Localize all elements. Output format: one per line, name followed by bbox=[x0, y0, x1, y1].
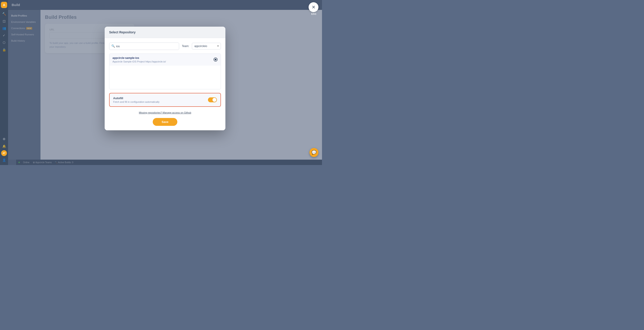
user-avatar[interactable]: AT bbox=[1, 150, 7, 156]
app-logo-letter: A bbox=[3, 3, 5, 7]
autofill-info: Autofill Fetch and fill in configuration… bbox=[113, 96, 160, 103]
autofill-section: Autofill Fetch and fill in configuration… bbox=[109, 93, 221, 107]
nav-icon-build[interactable]: 🔨 bbox=[1, 11, 7, 17]
modal-header: Select Repository bbox=[105, 27, 226, 38]
team-label: Team: bbox=[182, 45, 189, 48]
modal-title: Select Repository bbox=[109, 30, 136, 34]
search-icon: 🔍 bbox=[111, 44, 115, 48]
nav-icon-person[interactable]: 👤 bbox=[1, 157, 7, 163]
select-repository-modal: Select Repository 🔍 Team: appcircleio ▼ bbox=[105, 27, 226, 130]
main-area: Build Build Profiles Environment Variabl… bbox=[8, 0, 322, 165]
repository-list: appcircle-sample-ios Appcircle Sample iO… bbox=[109, 53, 221, 89]
nav-icon-gear[interactable]: ⚙ bbox=[1, 136, 7, 142]
repo-item-description: Appcircle Sample iOS Project https://app… bbox=[112, 60, 214, 63]
chat-widget[interactable]: 💬 bbox=[310, 148, 318, 157]
repo-item-name: appcircle-sample-ios bbox=[112, 56, 214, 59]
nav-icon-users[interactable]: 👥 bbox=[1, 25, 7, 31]
repo-item-radio[interactable] bbox=[214, 58, 218, 62]
close-x-icon: ✕ bbox=[312, 5, 316, 10]
repository-search-input[interactable] bbox=[109, 42, 179, 50]
repo-item-info: appcircle-sample-ios Appcircle Sample iO… bbox=[112, 56, 214, 63]
team-select[interactable]: appcircleio bbox=[192, 43, 221, 50]
nav-icon-alert[interactable]: 🔔 bbox=[1, 143, 7, 149]
nav-icon-package[interactable]: ⬡ bbox=[1, 39, 7, 46]
icon-sidebar: A 🔨 ◫ 👥 ✓ ⬡ 🔒 ⚙ 🔔 AT 👤 bbox=[0, 0, 8, 165]
esc-label: ESC bbox=[311, 13, 317, 15]
toggle-track bbox=[208, 97, 217, 102]
nav-icon-layers[interactable]: ◫ bbox=[1, 18, 7, 24]
chat-icon: 💬 bbox=[312, 150, 316, 155]
missing-repos-link-wrap: Missing repositories? Manage access on G… bbox=[109, 110, 221, 114]
team-select-wrap: appcircleio ▼ bbox=[192, 43, 221, 50]
toggle-thumb bbox=[212, 98, 216, 102]
close-button[interactable]: ✕ bbox=[308, 2, 318, 12]
autofill-description: Fetch and fill in configuration automati… bbox=[113, 100, 160, 103]
save-btn-wrap: Save bbox=[109, 118, 221, 126]
missing-repos-link[interactable]: Missing repositories? Manage access on G… bbox=[139, 111, 191, 114]
repo-item-appcircle-sample-ios[interactable]: appcircle-sample-ios Appcircle Sample iO… bbox=[109, 54, 221, 65]
search-input-wrap: 🔍 bbox=[109, 42, 179, 50]
autofill-toggle[interactable] bbox=[208, 97, 217, 102]
app-logo[interactable]: A bbox=[1, 2, 7, 8]
save-button[interactable]: Save bbox=[153, 118, 177, 126]
nav-icon-check[interactable]: ✓ bbox=[1, 32, 7, 39]
nav-icon-lock[interactable]: 🔒 bbox=[1, 47, 7, 53]
autofill-title: Autofill bbox=[113, 96, 160, 100]
modal-body: 🔍 Team: appcircleio ▼ appcircle-sample-i… bbox=[105, 38, 226, 130]
search-row: 🔍 Team: appcircleio ▼ bbox=[109, 42, 221, 50]
